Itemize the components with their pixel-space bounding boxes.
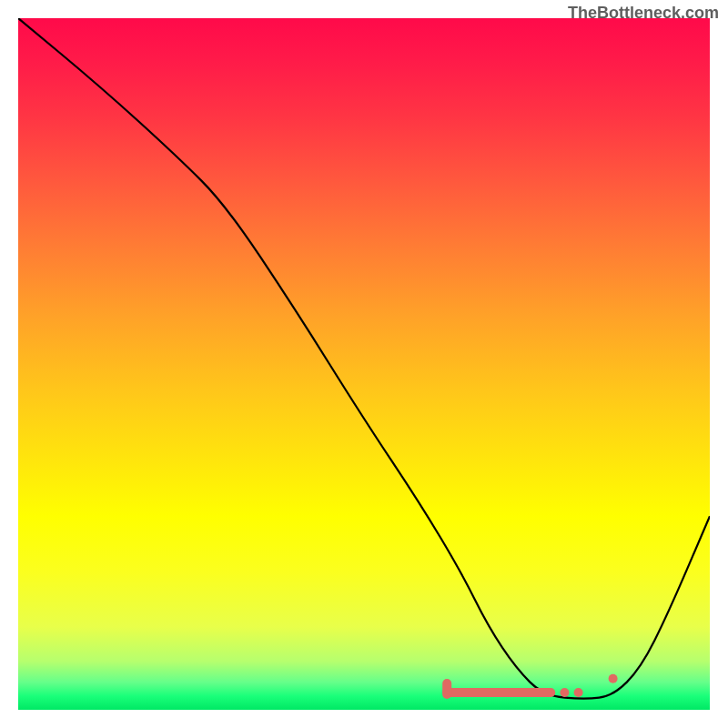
plot-area	[18, 18, 710, 710]
attribution-label: TheBottleneck.com	[568, 4, 719, 23]
bottleneck-chart: TheBottleneck.com	[0, 0, 728, 728]
heat-gradient	[18, 18, 710, 710]
